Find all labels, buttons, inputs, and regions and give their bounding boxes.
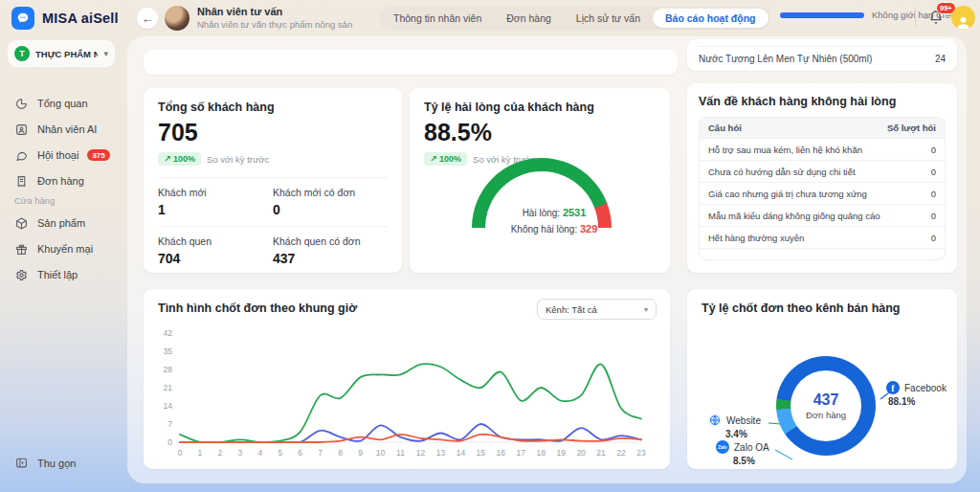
collapse-sidebar-button[interactable]: Thu gọn bbox=[14, 456, 76, 470]
sidebar-item-label: Tổng quan bbox=[37, 98, 88, 109]
credit-progress-bar bbox=[780, 12, 864, 18]
channel-filter-value: Kênh: Tất cả bbox=[546, 304, 597, 315]
svg-text:15: 15 bbox=[477, 448, 486, 458]
sidebar-item-orders[interactable]: Đơn hàng bbox=[8, 169, 121, 192]
trend-up-badge: ↗ 100% bbox=[424, 152, 467, 166]
box-icon bbox=[14, 216, 29, 231]
user-avatar[interactable] bbox=[951, 6, 975, 30]
agent-avatar bbox=[165, 6, 189, 31]
sidebar-item-label: Khuyến mại bbox=[37, 243, 93, 255]
svg-text:22: 22 bbox=[616, 448, 626, 458]
legend-website-pct: 3.4% bbox=[725, 429, 747, 439]
table-row: Mẫu mã kiểu dáng không giống quảng cáo0 bbox=[700, 204, 945, 226]
gauge-positive-label: Hài lòng: 2531 bbox=[424, 207, 684, 218]
chat-bubble-icon bbox=[14, 148, 29, 163]
satisfaction-value: 88.5% bbox=[424, 119, 656, 146]
metric-new-with-orders: Khách mới có đơn 0 bbox=[273, 187, 388, 217]
sidebar-section-store: Cửa hàng bbox=[14, 195, 55, 206]
hourly-line-chart: 0714212835420123456789101112131415161718… bbox=[151, 322, 649, 463]
channel-donut-chart: 437 Đơn hàng bbox=[776, 356, 876, 456]
sidebar-item-label: Nhân viên AI bbox=[37, 123, 97, 135]
metric-returning-customers: Khách quen 704 bbox=[158, 235, 273, 266]
card-title: Vấn đề khách hàng không hài lòng bbox=[699, 95, 946, 108]
svg-text:9: 9 bbox=[358, 448, 363, 458]
svg-text:1: 1 bbox=[198, 448, 203, 458]
svg-text:13: 13 bbox=[436, 448, 446, 458]
sidebar-item-products[interactable]: Sản phẩm bbox=[8, 212, 121, 235]
svg-text:21: 21 bbox=[164, 383, 173, 392]
tab-consult-history[interactable]: Lịch sử tư vấn bbox=[564, 9, 653, 28]
hourly-orders-card: Tình hình chốt đơn theo khung giờ Kênh: … bbox=[144, 289, 670, 469]
svg-text:19: 19 bbox=[556, 448, 566, 458]
svg-text:21: 21 bbox=[596, 448, 606, 458]
svg-text:2: 2 bbox=[218, 448, 223, 458]
back-button[interactable]: ← bbox=[137, 8, 158, 29]
facebook-icon: f bbox=[886, 381, 900, 394]
customer-metrics: Khách mới 1 Khách mới có đơn 0 Khách que… bbox=[158, 168, 388, 266]
svg-text:7: 7 bbox=[167, 419, 172, 429]
svg-text:3: 3 bbox=[238, 448, 243, 458]
sidebar-item-label: Đơn hàng bbox=[37, 175, 84, 187]
sidebar-item-conversations[interactable]: Hội thoại 375 bbox=[8, 144, 121, 167]
compare-label: So với kỳ trước bbox=[207, 154, 269, 165]
question-cell: Nước Tương Lên Men Tự Nhiên (500ml) bbox=[699, 54, 872, 64]
svg-text:28: 28 bbox=[164, 365, 173, 374]
report-content: Nước Tương Lên Men Tự Nhiên (500ml) 24 T… bbox=[127, 36, 967, 483]
legend-facebook-pct: 88.1% bbox=[888, 396, 915, 407]
col-count: Số lượt hỏi bbox=[887, 123, 936, 133]
donut-center: 437 Đơn hàng bbox=[791, 370, 861, 441]
agent-subtitle: Nhân viên tư vấn thực phẩm nông sản bbox=[197, 19, 352, 30]
svg-text:6: 6 bbox=[298, 448, 302, 458]
svg-text:5: 5 bbox=[278, 448, 282, 458]
ai-agent-icon bbox=[14, 123, 29, 137]
svg-text:42: 42 bbox=[164, 328, 173, 338]
donut-total-value: 437 bbox=[813, 391, 839, 409]
store-selector[interactable]: T THỰC PHẨM NO... ▾ bbox=[8, 40, 115, 67]
svg-text:0: 0 bbox=[178, 448, 183, 458]
svg-text:11: 11 bbox=[396, 448, 405, 458]
store-name: THỰC PHẨM NO... bbox=[35, 49, 98, 59]
dashboard-page: MISA aiSell ← Nhân viên tư vấn Nhân viên… bbox=[0, 0, 980, 492]
legend-zalo: Zalo Zalo OA bbox=[716, 440, 769, 454]
sidebar-item-settings[interactable]: Thiết lập bbox=[8, 263, 121, 286]
legend-facebook: f Facebook bbox=[886, 381, 947, 394]
scrolled-card-left bbox=[144, 50, 678, 75]
app-logo[interactable]: MISA aiSell bbox=[11, 7, 119, 30]
receipt-icon bbox=[14, 174, 29, 189]
svg-text:16: 16 bbox=[497, 448, 506, 458]
satisfaction-card: Tỷ lệ hài lòng của khách hàng 88.5% ↗ 10… bbox=[410, 88, 670, 273]
top-header: MISA aiSell ← Nhân viên tư vấn Nhân viên… bbox=[0, 0, 980, 36]
svg-text:14: 14 bbox=[164, 401, 173, 411]
tab-employee-info[interactable]: Thông tin nhân viên bbox=[381, 9, 494, 28]
metric-new-customers: Khách mới 1 bbox=[158, 187, 273, 217]
col-question: Câu hỏi bbox=[708, 123, 742, 133]
gear-icon bbox=[14, 268, 29, 282]
sidebar-item-promotions[interactable]: Khuyến mại bbox=[8, 237, 121, 260]
table-row: Nước Tương Lên Men Tự Nhiên (500ml) 24 bbox=[699, 46, 946, 71]
sidebar-item-overview[interactable]: Tổng quan bbox=[8, 92, 121, 115]
svg-text:4: 4 bbox=[257, 448, 262, 458]
table-row: Chưa có hướng dẫn sử dụng chi tiết0 bbox=[700, 160, 945, 182]
sidebar-item-label: Sản phẩm bbox=[37, 217, 85, 229]
trend-up-badge: ↗ 100% bbox=[158, 152, 201, 166]
total-customers-value: 705 bbox=[158, 119, 388, 146]
channel-filter-select[interactable]: Kênh: Tất cả ▾ bbox=[537, 299, 657, 320]
pie-chart-icon bbox=[14, 97, 29, 111]
card-title: Tỷ lệ hài lòng của khách hàng bbox=[424, 101, 656, 114]
legend-zalo-pct: 8.5% bbox=[733, 456, 755, 466]
header-divider bbox=[915, 8, 916, 27]
globe-icon bbox=[708, 414, 722, 427]
tab-orders[interactable]: Đơn hàng bbox=[494, 9, 564, 28]
gauge-negative-label: Không hài lòng: 329 bbox=[424, 223, 684, 235]
misa-chat-icon bbox=[11, 7, 34, 30]
tab-activity-report[interactable]: Báo cáo hoạt động bbox=[653, 9, 768, 28]
store-icon: T bbox=[14, 46, 30, 61]
card-title: Tổng số khách hàng bbox=[158, 101, 388, 114]
svg-text:20: 20 bbox=[576, 448, 586, 458]
table-row: Hết hàng thường xuyên0 bbox=[700, 226, 945, 248]
collapse-panel-icon bbox=[14, 456, 29, 470]
agent-name: Nhân viên tư vấn bbox=[197, 6, 282, 17]
sidebar-item-ai-agent[interactable]: Nhân viên AI bbox=[8, 118, 121, 141]
count-cell: 24 bbox=[935, 54, 946, 64]
table-row: Giá cao nhưng giá trị chưa tương xứng0 bbox=[700, 182, 945, 204]
